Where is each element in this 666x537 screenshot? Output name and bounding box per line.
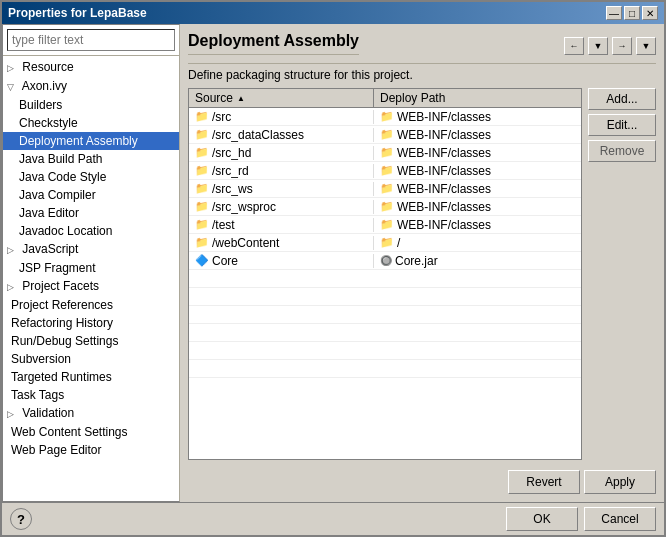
back-button[interactable]: ← [564, 37, 584, 55]
close-button[interactable]: ✕ [642, 6, 658, 20]
sidebar-item-refactoring[interactable]: Refactoring History [3, 314, 179, 332]
folder-icon: 📁 [195, 182, 209, 195]
sidebar-item-resource[interactable]: ▷ Resource [3, 58, 179, 77]
panel-title: Deployment Assembly [188, 32, 359, 55]
sidebar-item-axon[interactable]: ▽ Axon.ivy [3, 77, 179, 96]
window-title: Properties for LepaBase [8, 6, 147, 20]
table-row[interactable]: 🔷 Core 🔘 Core.jar [189, 252, 581, 270]
minimize-button[interactable]: — [606, 6, 622, 20]
col-source[interactable]: Source ▲ [189, 89, 374, 107]
filter-box [3, 25, 179, 56]
help-button[interactable]: ? [10, 508, 32, 530]
source-value: /src_hd [212, 146, 251, 160]
folder-icon: 📁 [195, 128, 209, 141]
sidebar-item-builders[interactable]: Builders [3, 96, 179, 114]
source-value: /src_ws [212, 182, 253, 196]
sidebar-item-java-compiler[interactable]: Java Compiler [3, 186, 179, 204]
sidebar-item-checkstyle[interactable]: Checkstyle [3, 114, 179, 132]
folder-icon: 📁 [195, 146, 209, 159]
source-cell: 📁 /webContent [189, 236, 374, 250]
sidebar-item-label: Java Build Path [19, 152, 102, 166]
sidebar-item-javadoc[interactable]: Javadoc Location [3, 222, 179, 240]
forward-button[interactable]: → [612, 37, 632, 55]
sidebar-item-jsp[interactable]: JSP Fragment [3, 259, 179, 277]
folder-icon: 📁 [380, 110, 394, 123]
table-row[interactable]: 📁 /src_dataClasses 📁 WEB-INF/classes [189, 126, 581, 144]
deploy-cell: 📁 / [374, 236, 581, 250]
source-cell: 🔷 Core [189, 254, 374, 268]
source-cell: 📁 /src_wsproc [189, 200, 374, 214]
ref-icon: 🔷 [195, 254, 209, 267]
table-row-empty [189, 360, 581, 378]
deploy-value: WEB-INF/classes [397, 182, 491, 196]
deploy-value: WEB-INF/classes [397, 110, 491, 124]
sidebar-item-subversion[interactable]: Subversion [3, 350, 179, 368]
source-cell: 📁 /src_rd [189, 164, 374, 178]
source-cell: 📁 /test [189, 218, 374, 232]
search-input[interactable] [7, 29, 175, 51]
remove-button[interactable]: Remove [588, 140, 656, 162]
maximize-button[interactable]: □ [624, 6, 640, 20]
sidebar-item-project-facets[interactable]: ▷ Project Facets [3, 277, 179, 296]
sort-icon: ▲ [237, 94, 245, 103]
source-cell: 📁 /src_ws [189, 182, 374, 196]
sidebar-item-targeted-runtimes[interactable]: Targeted Runtimes [3, 368, 179, 386]
table-body: 📁 /src 📁 WEB-INF/classes [189, 108, 581, 459]
sidebar-item-label: Axon.ivy [22, 79, 67, 93]
sidebar-item-java-code-style[interactable]: Java Code Style [3, 168, 179, 186]
sidebar-item-label: Subversion [11, 352, 71, 366]
folder-icon: 📁 [380, 218, 394, 231]
table-row[interactable]: 📁 /src 📁 WEB-INF/classes [189, 108, 581, 126]
table-row[interactable]: 📁 /webContent 📁 / [189, 234, 581, 252]
sidebar-item-java-build-path[interactable]: Java Build Path [3, 150, 179, 168]
sidebar-item-task-tags[interactable]: Task Tags [3, 386, 179, 404]
sidebar-item-run-debug[interactable]: Run/Debug Settings [3, 332, 179, 350]
table-row[interactable]: 📁 /src_rd 📁 WEB-INF/classes [189, 162, 581, 180]
expand-icon: ▷ [7, 242, 19, 258]
sidebar-item-label: Builders [19, 98, 62, 112]
deploy-cell: 📁 WEB-INF/classes [374, 164, 581, 178]
source-value: /src_dataClasses [212, 128, 304, 142]
revert-button[interactable]: Revert [508, 470, 580, 494]
source-value: /src [212, 110, 231, 124]
right-panel: Deployment Assembly ← ▼ → ▼ Define packa… [180, 24, 664, 502]
nav-toolbar: ← ▼ → ▼ [562, 37, 656, 55]
dropdown-button[interactable]: ▼ [588, 37, 608, 55]
edit-button[interactable]: Edit... [588, 114, 656, 136]
table-row-empty [189, 270, 581, 288]
ok-button[interactable]: OK [506, 507, 578, 531]
expand-icon: ▷ [7, 406, 19, 422]
sidebar-item-javascript[interactable]: ▷ JavaScript [3, 240, 179, 259]
sidebar-item-label: Java Compiler [19, 188, 96, 202]
table-row[interactable]: 📁 /test 📁 WEB-INF/classes [189, 216, 581, 234]
table-row[interactable]: 📁 /src_ws 📁 WEB-INF/classes [189, 180, 581, 198]
folder-icon: 📁 [380, 236, 394, 249]
sidebar-item-label: Web Page Editor [11, 443, 102, 457]
sidebar-item-label: Java Editor [19, 206, 79, 220]
add-button[interactable]: Add... [588, 88, 656, 110]
sidebar-item-label: Checkstyle [19, 116, 78, 130]
deploy-value: WEB-INF/classes [397, 164, 491, 178]
assembly-table: Source ▲ Deploy Path 📁 [188, 88, 582, 460]
table-row[interactable]: 📁 /src_hd 📁 WEB-INF/classes [189, 144, 581, 162]
table-row[interactable]: 📁 /src_wsproc 📁 WEB-INF/classes [189, 198, 581, 216]
sidebar-item-label: Resource [22, 60, 73, 74]
folder-icon: 📁 [380, 164, 394, 177]
sidebar-item-web-content[interactable]: Web Content Settings [3, 423, 179, 441]
sidebar-item-java-editor[interactable]: Java Editor [3, 204, 179, 222]
jar-icon: 🔘 [380, 255, 392, 266]
sidebar-item-validation[interactable]: ▷ Validation [3, 404, 179, 423]
footer: ? OK Cancel [2, 502, 664, 535]
sidebar-item-deployment-assembly[interactable]: Deployment Assembly [3, 132, 179, 150]
table-header: Source ▲ Deploy Path [189, 89, 581, 108]
folder-icon: 📁 [195, 164, 209, 177]
folder-icon: 📁 [380, 146, 394, 159]
sidebar-item-project-references[interactable]: Project References [3, 296, 179, 314]
action-buttons: Add... Edit... Remove [588, 88, 656, 460]
more-button[interactable]: ▼ [636, 37, 656, 55]
source-value: /src_wsproc [212, 200, 276, 214]
apply-button[interactable]: Apply [584, 470, 656, 494]
sidebar-item-web-page-editor[interactable]: Web Page Editor [3, 441, 179, 459]
col-deploy[interactable]: Deploy Path [374, 89, 581, 107]
cancel-button[interactable]: Cancel [584, 507, 656, 531]
